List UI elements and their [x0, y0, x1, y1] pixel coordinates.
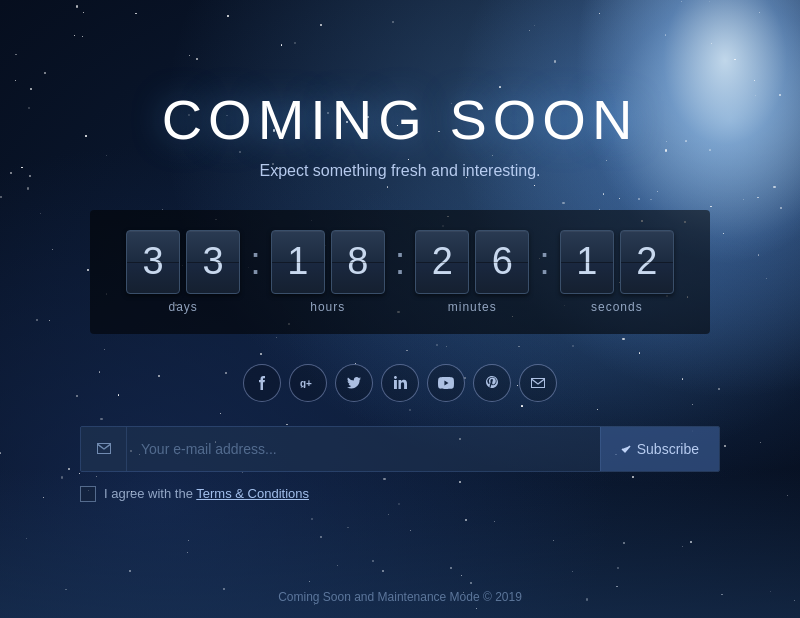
days-digit-1: 3: [126, 230, 180, 294]
terms-checkbox[interactable]: [80, 486, 96, 502]
youtube-icon[interactable]: [427, 364, 465, 402]
email-input[interactable]: [127, 427, 600, 471]
seconds-label: seconds: [591, 300, 643, 314]
days-group: 3 3 days: [126, 230, 240, 314]
hours-label: hours: [310, 300, 345, 314]
minutes-digit-2: 6: [475, 230, 529, 294]
email-icon: [97, 443, 111, 454]
subscribe-label: Subscribe: [637, 441, 699, 457]
days-digit-2: 3: [186, 230, 240, 294]
subscribe-form: Subscribe: [80, 426, 720, 472]
agree-text: I agree with the: [104, 486, 196, 501]
seconds-digit-2: 2: [620, 230, 674, 294]
footer-text: Coming Soon and Maintenance Mode © 2019: [0, 590, 800, 604]
hours-digits: 1 8: [271, 230, 385, 294]
colon-3: :: [529, 240, 560, 283]
page-title: COMING SOON: [162, 87, 639, 152]
seconds-group: 1 2 seconds: [560, 230, 674, 314]
hours-digit-1: 1: [271, 230, 325, 294]
terms-checkbox-row: I agree with the Terms & Conditions: [80, 486, 720, 502]
days-label: days: [168, 300, 197, 314]
colon-2: :: [385, 240, 416, 283]
minutes-digits: 2 6: [415, 230, 529, 294]
email-icon-wrapper: [81, 427, 127, 471]
terms-label: I agree with the Terms & Conditions: [104, 486, 309, 501]
linkedin-icon[interactable]: [381, 364, 419, 402]
email-social-icon[interactable]: [519, 364, 557, 402]
days-digits: 3 3: [126, 230, 240, 294]
svg-text:g+: g+: [300, 378, 312, 388]
hours-digit-2: 8: [331, 230, 385, 294]
hours-group: 1 8 hours: [271, 230, 385, 314]
page-subtitle: Expect something fresh and interesting.: [259, 162, 540, 180]
subscribe-button[interactable]: Subscribe: [600, 427, 719, 471]
main-content: COMING SOON Expect something fresh and i…: [0, 87, 800, 532]
social-icons-row: g+: [243, 364, 557, 402]
seconds-digits: 1 2: [560, 230, 674, 294]
pinterest-icon[interactable]: [473, 364, 511, 402]
twitter-icon[interactable]: [335, 364, 373, 402]
terms-link[interactable]: Terms & Conditions: [196, 486, 309, 501]
googleplus-icon[interactable]: g+: [289, 364, 327, 402]
countdown-timer: 3 3 days : 1 8 hours : 2 6 minutes : 1: [90, 210, 710, 334]
checkmark-icon: [621, 444, 631, 454]
colon-1: :: [240, 240, 271, 283]
minutes-digit-1: 2: [415, 230, 469, 294]
seconds-digit-1: 1: [560, 230, 614, 294]
minutes-label: minutes: [448, 300, 497, 314]
facebook-icon[interactable]: [243, 364, 281, 402]
minutes-group: 2 6 minutes: [415, 230, 529, 314]
